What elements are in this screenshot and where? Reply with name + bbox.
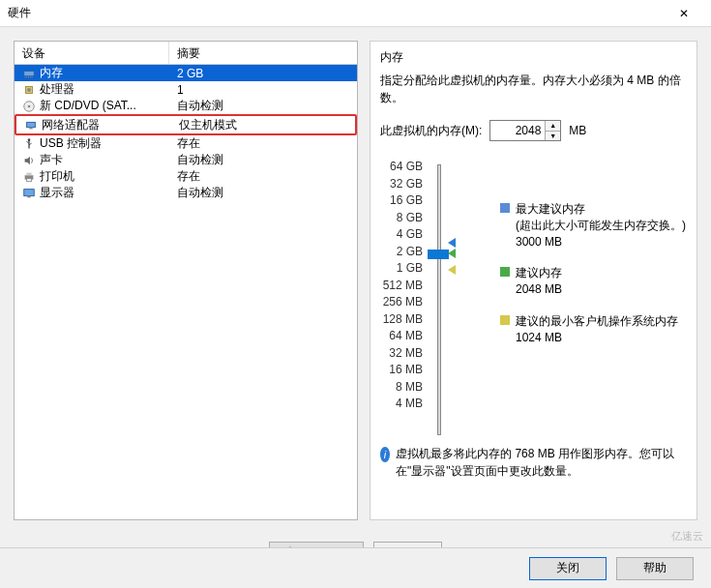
sound-icon [22, 154, 36, 167]
legend-rec-icon [500, 267, 510, 277]
legend-min-label: 建议的最小客户机操作系统内存 [516, 313, 678, 330]
spin-up[interactable]: ▲ [546, 121, 560, 132]
legend-max-note: (超出此大小可能发生内存交换。) [516, 218, 686, 234]
close-icon: ✕ [679, 7, 689, 20]
memory-input-row: 此虚拟机的内存(M): ▲▼ MB [380, 120, 687, 141]
spin-down[interactable]: ▼ [546, 132, 560, 141]
legend-max-value: 3000 MB [516, 234, 686, 250]
close-button[interactable]: ✕ [665, 0, 703, 27]
device-summary: 自动检测 [169, 98, 357, 114]
device-summary: 2 GB [169, 67, 357, 80]
memory-spinner[interactable]: ▲▼ [489, 120, 561, 141]
display-icon [22, 187, 36, 200]
titlebar: 硬件 ✕ [0, 0, 711, 27]
usb-icon [22, 137, 36, 151]
marker-min [448, 265, 456, 277]
legend-max-label: 最大建议内存 [516, 201, 686, 218]
legend-rec-value: 2048 MB [516, 281, 562, 298]
legend-min-icon [500, 315, 510, 325]
svg-rect-0 [24, 71, 35, 75]
memory-label: 此虚拟机的内存(M): [380, 123, 482, 139]
help-button[interactable]: 帮助 [616, 557, 694, 580]
device-name: 声卡 [40, 152, 63, 168]
main-content: 设备 摘要 内存 2 GB 处理器 1 新 CD/DVD (SAT... 自动检… [0, 27, 711, 534]
row-usb[interactable]: USB 控制器 存在 [15, 135, 357, 152]
info-text: 虚拟机最多将此内存的 768 MB 用作图形内存。您可以在"显示器"设置页面中更… [396, 445, 687, 480]
memory-title: 内存 [380, 49, 687, 66]
row-printer[interactable]: 打印机 存在 [15, 168, 357, 185]
col-summary[interactable]: 摘要 [169, 42, 357, 64]
slider-ticks: 64 GB32 GB16 GB8 GB4 GB2 GB1 GB512 MB256… [380, 159, 423, 435]
legend-rec-label: 建议内存 [516, 265, 562, 281]
table-body: 内存 2 GB 处理器 1 新 CD/DVD (SAT... 自动检测 网络适配… [15, 65, 357, 519]
device-name: 网络适配器 [42, 117, 100, 133]
info-row: i 虚拟机最多将此内存的 768 MB 用作图形内存。您可以在"显示器"设置页面… [380, 445, 687, 480]
row-network[interactable]: 网络适配器 仅主机模式 [15, 114, 357, 135]
row-cpu[interactable]: 处理器 1 [15, 81, 357, 98]
device-name: 显示器 [40, 185, 74, 201]
row-cd[interactable]: 新 CD/DVD (SAT... 自动检测 [15, 98, 357, 114]
row-sound[interactable]: 声卡 自动检测 [15, 152, 357, 168]
svg-rect-2 [26, 75, 27, 77]
svg-rect-7 [27, 88, 31, 92]
svg-rect-19 [26, 178, 31, 181]
legend-min-value: 1024 MB [516, 330, 678, 346]
network-icon [24, 118, 38, 132]
device-name: 处理器 [40, 81, 74, 98]
device-summary: 自动检测 [169, 152, 357, 168]
svg-rect-21 [27, 195, 31, 197]
svg-rect-10 [27, 122, 36, 127]
svg-rect-3 [28, 75, 29, 77]
close-dialog-button[interactable]: 关闭 [529, 557, 607, 580]
memory-slider[interactable] [432, 159, 446, 435]
device-summary: 自动检测 [169, 185, 357, 201]
info-icon: i [380, 447, 390, 462]
slider-thumb[interactable] [428, 250, 449, 259]
device-summary: 仅主机模式 [171, 117, 355, 133]
legend-max-icon [500, 203, 510, 213]
settings-panel: 内存 指定分配给此虚拟机的内存量。内存大小必须为 4 MB 的倍数。 此虚拟机的… [370, 41, 697, 520]
device-name: USB 控制器 [40, 135, 102, 152]
row-memory[interactable]: 内存 2 GB [15, 65, 357, 81]
svg-rect-1 [25, 75, 26, 77]
svg-rect-5 [32, 75, 33, 77]
svg-point-9 [28, 104, 31, 107]
svg-rect-18 [26, 172, 31, 175]
svg-rect-20 [24, 189, 35, 195]
footer: 关闭 帮助 [0, 547, 711, 588]
device-list-panel: 设备 摘要 内存 2 GB 处理器 1 新 CD/DVD (SAT... 自动检… [14, 41, 358, 520]
device-name: 打印机 [40, 168, 74, 185]
memory-slider-area: 64 GB32 GB16 GB8 GB4 GB2 GB1 GB512 MB256… [380, 159, 687, 435]
cpu-icon [22, 83, 36, 97]
window-title: 硬件 [8, 5, 31, 21]
memory-unit: MB [569, 124, 586, 137]
svg-rect-11 [29, 128, 33, 130]
device-name: 新 CD/DVD (SAT... [40, 98, 136, 114]
device-summary: 存在 [169, 168, 357, 185]
device-summary: 1 [169, 83, 357, 97]
svg-rect-4 [30, 75, 31, 77]
row-display[interactable]: 显示器 自动检测 [15, 185, 357, 201]
printer-icon [22, 170, 36, 184]
col-device[interactable]: 设备 [15, 42, 169, 64]
marker-rec [448, 249, 456, 260]
watermark: 亿速云 [671, 529, 703, 544]
memory-input[interactable] [490, 121, 545, 140]
memory-desc: 指定分配给此虚拟机的内存量。内存大小必须为 4 MB 的倍数。 [380, 72, 687, 106]
svg-marker-16 [25, 156, 30, 164]
slider-legend: 最大建议内存 (超出此大小可能发生内存交换。) 3000 MB 建议内存 204… [500, 159, 686, 435]
device-summary: 存在 [169, 135, 357, 152]
device-name: 内存 [40, 65, 63, 81]
table-header: 设备 摘要 [15, 42, 357, 65]
memory-icon [22, 67, 36, 80]
cd-icon [22, 100, 36, 113]
